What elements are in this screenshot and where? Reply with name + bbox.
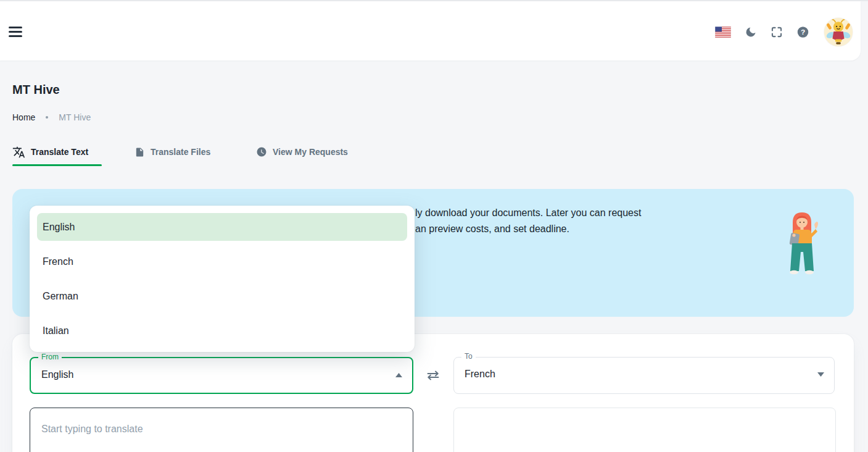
tab-label: Translate Files (151, 147, 210, 157)
mt-hive-screen: ? MT Hive Home (0, 0, 868, 452)
tab-view-my-requests[interactable]: View My Requests (256, 144, 348, 160)
tab-translate-text[interactable]: Translate Text (12, 144, 88, 160)
dark-mode-button[interactable] (744, 25, 757, 38)
expand-arrow-icon (817, 372, 824, 377)
from-language-select[interactable]: From English (30, 357, 413, 394)
tab-label: View My Requests (273, 147, 348, 157)
page-title: MT Hive (12, 83, 60, 97)
translation-output-box (453, 408, 836, 452)
app-header: ? (0, 1, 861, 61)
breadcrumb-current: MT Hive (59, 112, 91, 122)
dropdown-option-french[interactable]: French (37, 248, 407, 275)
to-label: To (461, 352, 476, 361)
to-value: French (465, 369, 495, 380)
dropdown-option-german[interactable]: German (37, 282, 407, 310)
clock-icon (256, 146, 267, 157)
svg-text:?: ? (801, 28, 805, 36)
breadcrumb-separator (46, 116, 48, 119)
breadcrumb: Home MT Hive (12, 112, 91, 122)
fullscreen-icon (771, 26, 783, 38)
swap-icon (426, 370, 440, 381)
banner-text-line1: ly download your documents. Later you ca… (415, 207, 641, 219)
dropdown-option-english[interactable]: English (37, 213, 407, 241)
breadcrumb-home-link[interactable]: Home (12, 112, 35, 122)
us-flag-icon (715, 27, 731, 38)
menu-icon[interactable] (9, 27, 22, 38)
moon-icon (745, 26, 757, 38)
help-icon: ? (796, 25, 809, 39)
tab-translate-files[interactable]: Translate Files (134, 144, 210, 160)
file-icon (134, 147, 145, 157)
banner-text-line2: an preview costs, and set deadline. (415, 224, 569, 235)
translate-icon (12, 146, 25, 159)
to-language-select[interactable]: To French (453, 357, 835, 394)
tab-label: Translate Text (31, 147, 88, 157)
dropdown-option-italian[interactable]: Italian (37, 317, 407, 345)
source-text-input[interactable] (30, 408, 413, 452)
fullscreen-button[interactable] (770, 25, 783, 38)
active-tab-indicator (12, 164, 102, 166)
language-flag-button[interactable] (715, 27, 731, 38)
help-button[interactable]: ? (796, 25, 809, 38)
bee-mascot-icon (824, 18, 853, 46)
user-avatar[interactable] (824, 18, 853, 46)
from-label: From (38, 353, 62, 362)
swap-languages-button[interactable] (424, 368, 442, 383)
from-value: English (41, 369, 73, 380)
language-dropdown-menu: English French German Italian (30, 206, 415, 352)
collapse-arrow-icon (395, 373, 402, 377)
woman-with-tablet-illustration (779, 211, 825, 286)
